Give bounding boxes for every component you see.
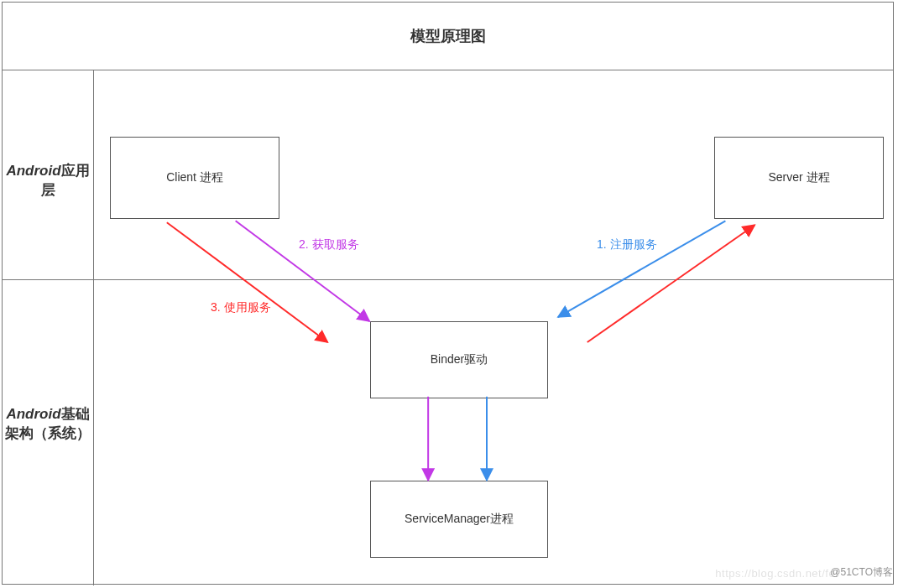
arrow-register [558,221,726,317]
row-label-app-layer: Android应用层 [3,162,93,200]
diagram-frame: 模型原理图 Android应用层 Android基础架构（系统） Client … [2,2,894,585]
edge-label-lookup: 2. 获取服务 [299,237,359,252]
row-label-app-prefix: Android [6,163,60,179]
node-binder-label: Binder驱动 [431,352,488,367]
row-separator-left [3,279,93,280]
node-client: Client 进程 [110,137,279,219]
node-server: Server 进程 [714,137,884,219]
edge-label-register: 1. 注册服务 [597,237,657,252]
watermark-url: https://blog.csdn.net/fer [715,567,839,580]
node-service-manager-label: ServiceManager进程 [405,512,514,527]
diagram-canvas: Client 进程 Server 进程 Binder驱动 ServiceMana… [93,70,893,585]
row-label-column: Android应用层 Android基础架构（系统） [3,70,94,585]
watermark-blog: @51CTO博客 [830,565,893,580]
diagram-title: 模型原理图 [410,26,486,46]
row-label-sys-prefix: Android [6,406,60,422]
node-binder: Binder驱动 [370,321,548,398]
title-row: 模型原理图 [3,3,893,70]
row-label-sys-layer: Android基础架构（系统） [3,405,93,444]
edge-label-use: 3. 使用服务 [211,300,271,315]
node-server-label: Server 进程 [768,170,829,185]
node-service-manager: ServiceManager进程 [370,481,548,558]
diagram-body: Android应用层 Android基础架构（系统） Client 进程 Ser… [3,70,893,585]
row-separator-right [93,279,893,280]
node-client-label: Client 进程 [166,170,223,185]
